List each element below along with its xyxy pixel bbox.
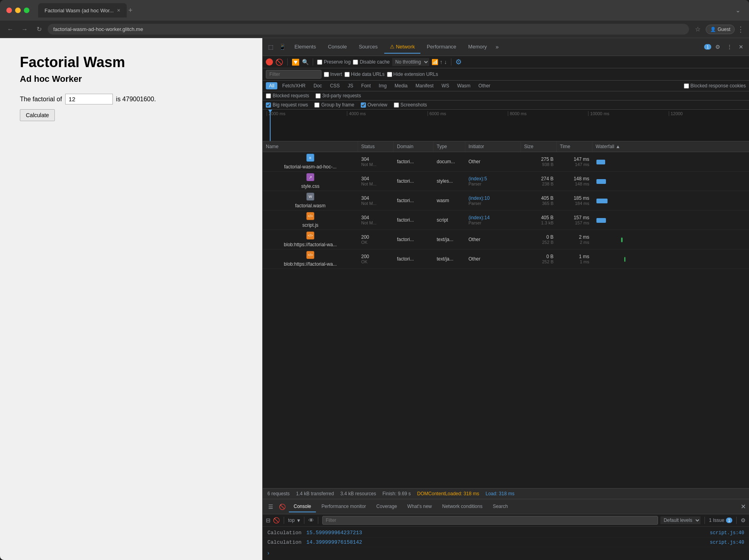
devtools-settings-btn[interactable]: ⚙ xyxy=(713,42,723,52)
type-btn-media[interactable]: Media xyxy=(391,82,411,89)
console-sidebar-btn[interactable]: ☰ xyxy=(266,502,276,512)
type-btn-other[interactable]: Other xyxy=(475,82,494,89)
wifi-icon-btn[interactable]: 📶 xyxy=(432,59,438,65)
close-window-btn[interactable] xyxy=(6,8,12,13)
row-2-initiator-link[interactable]: (index):10 xyxy=(468,195,518,201)
forward-btn[interactable]: → xyxy=(19,24,30,35)
overview-label[interactable]: Overview xyxy=(361,102,387,108)
timeline-cursor[interactable] xyxy=(270,110,271,141)
clear-btn[interactable]: 🚫 xyxy=(275,58,283,66)
overview-checkbox[interactable] xyxy=(361,102,366,108)
factorial-input[interactable] xyxy=(65,94,113,104)
timeline-overview[interactable]: 2000 ms 4000 ms 6000 ms 8000 ms 10000 ms… xyxy=(263,110,749,141)
console-src-1[interactable]: script.js:40 xyxy=(710,540,744,545)
invert-checkbox[interactable] xyxy=(324,72,329,77)
search-btn[interactable]: 🔍 xyxy=(302,59,309,65)
preserve-log-label[interactable]: Preserve log xyxy=(317,59,350,65)
new-tab-btn[interactable]: + xyxy=(128,6,133,15)
url-input[interactable] xyxy=(48,24,689,35)
type-btn-all[interactable]: All xyxy=(266,82,277,89)
maximize-window-btn[interactable] xyxy=(24,8,29,13)
console-tab-coverage[interactable]: Coverage xyxy=(372,501,402,512)
table-row[interactable]: </> script.js 304 Not M... factori... sc… xyxy=(263,210,749,230)
console-clear-2[interactable]: 🚫 xyxy=(273,517,280,523)
screenshots-label[interactable]: Screenshots xyxy=(394,102,427,108)
export-btn[interactable]: ↓ xyxy=(444,59,447,65)
throttle-select[interactable]: No throttling xyxy=(392,58,429,66)
console-tab-console[interactable]: Console xyxy=(289,501,316,512)
table-row[interactable]: ≡ factorial-wasm-ad-hoc-... 304 Not M...… xyxy=(263,152,749,172)
chrome-options-btn[interactable]: ⋮ xyxy=(737,25,744,34)
back-btn[interactable]: ← xyxy=(5,24,16,35)
tab-sources[interactable]: Sources xyxy=(353,41,383,54)
chrome-menu-btn[interactable]: ⌄ xyxy=(734,6,743,15)
type-btn-ws[interactable]: WS xyxy=(438,82,452,89)
console-clear-btn[interactable]: 🚫 xyxy=(277,502,288,512)
blocked-cookies-checkbox[interactable] xyxy=(684,83,689,89)
hide-data-urls-checkbox[interactable] xyxy=(345,72,350,77)
table-row[interactable]: </> blob:https://factorial-wa... 200 OK … xyxy=(263,230,749,249)
type-btn-fetchxhr[interactable]: Fetch/XHR xyxy=(279,82,309,89)
filter-toggle-btn[interactable]: 🔽 xyxy=(292,58,300,66)
tab-elements[interactable]: Elements xyxy=(289,41,321,54)
console-tab-search[interactable]: Search xyxy=(488,501,513,512)
tab-memory[interactable]: Memory xyxy=(463,41,492,54)
tab-performance[interactable]: Performance xyxy=(421,41,462,54)
console-prompt[interactable]: › xyxy=(263,547,749,558)
type-btn-font[interactable]: Font xyxy=(358,82,374,89)
hide-ext-urls-label[interactable]: Hide extension URLs xyxy=(387,71,438,77)
console-settings-btn[interactable]: ⚙ xyxy=(741,517,746,523)
hide-data-urls-label[interactable]: Hide data URLs xyxy=(345,71,385,77)
tab-network[interactable]: ⚠ Network xyxy=(384,41,420,54)
eye-btn[interactable]: 👁 xyxy=(308,517,314,523)
disable-cache-label[interactable]: Disable cache xyxy=(353,59,389,65)
big-request-rows-checkbox[interactable] xyxy=(266,102,271,108)
console-close-btn[interactable]: ✕ xyxy=(741,503,746,510)
console-sidebar-toggle[interactable]: ⊟ xyxy=(266,517,271,523)
screenshots-checkbox[interactable] xyxy=(394,102,399,108)
type-btn-wasm[interactable]: Wasm xyxy=(454,82,474,89)
type-btn-manifest[interactable]: Manifest xyxy=(412,82,437,89)
type-btn-doc[interactable]: Doc xyxy=(310,82,325,89)
group-by-frame-label[interactable]: Group by frame xyxy=(314,102,354,108)
browser-tab[interactable]: Factorial Wasm (ad hoc Wor... ✕ xyxy=(38,3,127,17)
reload-btn[interactable]: ↻ xyxy=(33,24,45,35)
row-1-initiator-link[interactable]: (index):5 xyxy=(468,176,518,182)
table-row[interactable]: </> blob:https://factorial-wa... 200 OK … xyxy=(263,249,749,269)
console-tab-perf-monitor[interactable]: Performance monitor xyxy=(317,501,371,512)
preserve-log-checkbox[interactable] xyxy=(317,60,322,65)
level-select[interactable]: Default levels xyxy=(660,516,701,524)
bookmark-btn[interactable]: ☆ xyxy=(692,24,703,35)
blocked-requests-checkbox[interactable] xyxy=(266,93,271,98)
network-table[interactable]: Name Status Domain Type Initiator Size T… xyxy=(263,141,749,488)
row-3-initiator-link[interactable]: (index):14 xyxy=(468,215,518,220)
console-src-0[interactable]: script.js:40 xyxy=(710,530,744,536)
hide-ext-urls-checkbox[interactable] xyxy=(387,72,392,77)
inspect-element-btn[interactable]: ⬚ xyxy=(266,42,276,52)
devtools-more-btn[interactable]: ⋮ xyxy=(724,42,735,52)
tab-close-btn[interactable]: ✕ xyxy=(117,8,120,13)
console-tab-network-conditions[interactable]: Network conditions xyxy=(437,501,487,512)
guest-btn[interactable]: 👤 Guest xyxy=(706,25,735,34)
third-party-label[interactable]: 3rd-party requests xyxy=(315,93,361,98)
filter-input[interactable] xyxy=(266,70,321,79)
tab-console[interactable]: Console xyxy=(322,41,352,54)
calculate-btn[interactable]: Calculate xyxy=(20,109,55,121)
blocked-cookies-label[interactable]: Blocked response cookies xyxy=(684,83,746,89)
table-row[interactable]: ↗ style.css 304 Not M... factori... styl… xyxy=(263,172,749,191)
context-dropdown-btn[interactable]: ▾ xyxy=(297,517,300,523)
import-btn[interactable]: ↑ xyxy=(440,59,443,65)
table-row[interactable]: W factorial.wasm 304 Not M... factori...… xyxy=(263,191,749,210)
network-settings-btn[interactable]: ⚙ xyxy=(455,58,462,66)
big-request-rows-label[interactable]: Big request rows xyxy=(266,102,308,108)
blocked-requests-label[interactable]: Blocked requests xyxy=(266,93,309,98)
console-filter-input[interactable] xyxy=(322,516,658,525)
disable-cache-checkbox[interactable] xyxy=(353,60,358,65)
minimize-window-btn[interactable] xyxy=(15,8,21,13)
group-by-frame-checkbox[interactable] xyxy=(314,102,319,108)
type-btn-css[interactable]: CSS xyxy=(327,82,343,89)
more-tabs-btn[interactable]: » xyxy=(493,42,501,52)
device-toolbar-btn[interactable]: 📱 xyxy=(277,42,288,52)
devtools-close-btn[interactable]: ✕ xyxy=(736,42,746,52)
invert-label[interactable]: Invert xyxy=(324,71,342,77)
